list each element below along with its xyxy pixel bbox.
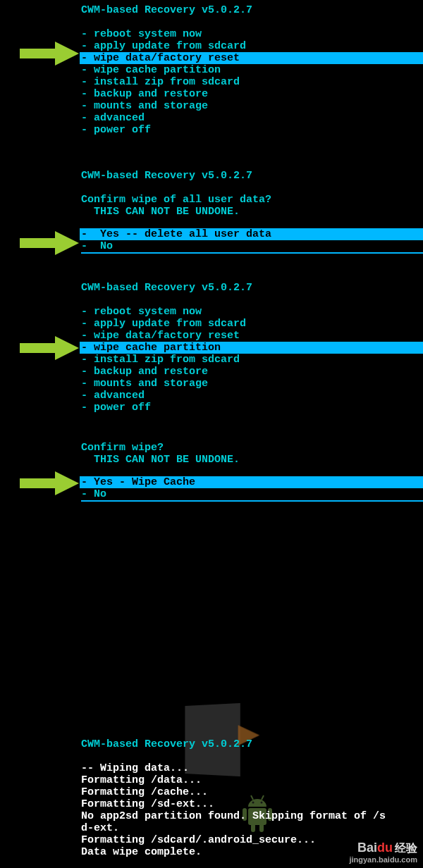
log-line: Formatting /cache...: [81, 786, 423, 798]
recovery-panel-1: CWM-based Recovery v5.0.2.7 - reboot sys…: [0, 0, 423, 136]
confirm-prompt: Confirm wipe?: [81, 442, 423, 454]
menu-item[interactable]: - wipe cache partition: [81, 64, 423, 76]
recovery-menu-1: - reboot system now- apply update from s…: [81, 28, 423, 136]
arrow-icon: [20, 231, 79, 255]
menu-item[interactable]: - wipe cache partition: [80, 342, 423, 354]
menu-item[interactable]: - No: [81, 240, 423, 252]
recovery-panel-3: CWM-based Recovery v5.0.2.7 - reboot sys…: [0, 282, 423, 414]
confirm-options-4: - Yes - Wipe Cache- No: [81, 476, 423, 500]
log-line: -- Wiping data...: [81, 762, 423, 774]
menu-item[interactable]: - reboot system now: [81, 306, 423, 318]
menu-item[interactable]: - wipe data/factory reset: [81, 330, 423, 342]
menu-item[interactable]: - backup and restore: [81, 88, 423, 100]
menu-item[interactable]: - Yes -- delete all user data: [80, 228, 423, 240]
menu-item[interactable]: - No: [81, 488, 423, 500]
menu-item[interactable]: - power off: [81, 402, 423, 414]
watermark-baidu: Baidu 经验 jingyan.baidu.com: [349, 841, 417, 864]
divider: [81, 252, 423, 254]
menu-item[interactable]: - Yes - Wipe Cache: [80, 476, 423, 488]
arrow-icon: [20, 471, 79, 495]
menu-item[interactable]: - power off: [81, 124, 423, 136]
confirm-options-2: - Yes -- delete all user data- No: [81, 228, 423, 252]
log-line: No app2sd partition found. Skipping form…: [81, 810, 423, 822]
log-line: d-ext.: [81, 822, 423, 834]
menu-item[interactable]: - reboot system now: [81, 28, 423, 40]
recovery-title: CWM-based Recovery v5.0.2.7: [81, 4, 423, 16]
menu-item[interactable]: - advanced: [81, 112, 423, 124]
menu-item[interactable]: - wipe data/factory reset: [80, 52, 423, 64]
confirm-warning: THIS CAN NOT BE UNDONE.: [81, 206, 423, 218]
recovery-title: CWM-based Recovery v5.0.2.7: [81, 282, 423, 294]
recovery-panel-4: Confirm wipe? THIS CAN NOT BE UNDONE. - …: [0, 442, 423, 502]
divider: [81, 500, 423, 502]
menu-item[interactable]: - apply update from sdcard: [81, 40, 423, 52]
recovery-menu-3: - reboot system now- apply update from s…: [81, 306, 423, 414]
menu-item[interactable]: - mounts and storage: [81, 100, 423, 112]
watermark-brand: Bai: [357, 841, 377, 855]
menu-item[interactable]: - advanced: [81, 390, 423, 402]
arrow-icon: [20, 336, 79, 360]
watermark-url: jingyan.baidu.com: [349, 855, 417, 864]
menu-item[interactable]: - install zip from sdcard: [81, 354, 423, 366]
recovery-panel-2: CWM-based Recovery v5.0.2.7 Confirm wipe…: [0, 170, 423, 254]
recovery-title: CWM-based Recovery v5.0.2.7: [81, 738, 423, 750]
menu-item[interactable]: - install zip from sdcard: [81, 76, 423, 88]
recovery-title: CWM-based Recovery v5.0.2.7: [81, 170, 423, 182]
log-line: Formatting /data...: [81, 774, 423, 786]
confirm-warning: THIS CAN NOT BE UNDONE.: [81, 454, 423, 466]
menu-item[interactable]: - backup and restore: [81, 366, 423, 378]
menu-item[interactable]: - apply update from sdcard: [81, 318, 423, 330]
menu-item[interactable]: - mounts and storage: [81, 378, 423, 390]
arrow-icon: [20, 42, 79, 66]
log-line: Formatting /sd-ext...: [81, 798, 423, 810]
watermark-label: 经验: [395, 842, 417, 854]
confirm-prompt: Confirm wipe of all user data?: [81, 194, 423, 206]
